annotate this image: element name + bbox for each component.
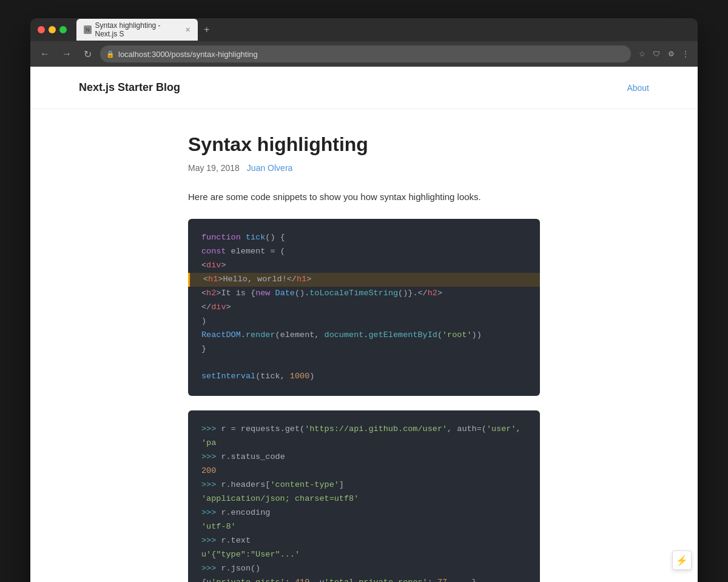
address-bar[interactable]: 🔒 localhost:3000/posts/syntax-highlighti… — [100, 45, 631, 62]
traffic-lights — [38, 26, 67, 33]
site-title: Next.js Starter Blog — [79, 81, 180, 94]
py-line-6: >>> r.encoding — [201, 506, 527, 520]
code-line-5: <h2>It is {new Date().toLocaleTimeString… — [201, 287, 527, 301]
refresh-button[interactable]: ↻ — [80, 46, 95, 62]
py-line-11: {u'private_gists': 419, u'total_private_… — [201, 576, 527, 582]
py-line-2: >>> r.status_code — [201, 450, 527, 464]
py-line-1: >>> r = requests.get('https://api.github… — [201, 423, 527, 450]
py-line-10: >>> r.json() — [201, 562, 527, 576]
url-display: localhost:3000/posts/syntax-highlighting — [118, 50, 258, 59]
bookmark-icon[interactable]: ☆ — [636, 48, 648, 60]
code-line-1: function tick() { — [201, 231, 527, 245]
forward-button[interactable]: → — [58, 46, 75, 62]
code-line-3: <div> — [201, 259, 527, 273]
page-content: Next.js Starter Blog About Syntax highli… — [30, 67, 698, 582]
post-author-link[interactable]: Juan Olvera — [247, 163, 292, 173]
browser-toolbar: ← → ↻ 🔒 localhost:3000/posts/syntax-high… — [30, 41, 698, 67]
code-line-11: setInterval(tick, 1000) — [201, 370, 527, 384]
shield-icon[interactable]: 🛡 — [650, 48, 662, 60]
close-window-button[interactable] — [38, 26, 45, 33]
extensions-icon[interactable]: ⚙ — [665, 48, 677, 60]
post-container: Syntax highlighting May 19, 2018 Juan Ol… — [176, 109, 552, 582]
browser-titlebar: N Syntax highlighting - Next.js S ✕ + — [30, 18, 698, 41]
tab-title: Syntax highlighting - Next.js S — [95, 21, 181, 38]
py-line-7: 'utf-8' — [201, 520, 527, 534]
post-title: Syntax highlighting — [188, 133, 540, 156]
tab-bar: N Syntax highlighting - Next.js S ✕ + — [76, 19, 690, 41]
py-line-5: 'application/json; charset=utf8' — [201, 492, 527, 506]
maximize-window-button[interactable] — [59, 26, 67, 33]
py-line-3: 200 — [201, 464, 527, 478]
code-line-2: const element = ( — [201, 245, 527, 259]
post-meta: May 19, 2018 Juan Olvera — [188, 163, 540, 173]
about-link[interactable]: About — [627, 83, 649, 93]
tab-close-button[interactable]: ✕ — [185, 26, 190, 34]
code-line-9: } — [201, 343, 527, 356]
tab-favicon: N — [84, 25, 92, 34]
code-line-4: <h1>Hello, world!</h1> — [188, 273, 540, 287]
code-line-10 — [201, 356, 527, 370]
site-nav: About — [627, 82, 649, 93]
python-code-block: >>> r = requests.get('https://api.github… — [188, 410, 540, 582]
py-line-8: >>> r.text — [201, 534, 527, 548]
new-tab-button[interactable]: + — [200, 24, 213, 35]
post-date: May 19, 2018 — [188, 163, 240, 173]
code-line-6: </div> — [201, 301, 527, 315]
browser-window: N Syntax highlighting - Next.js S ✕ + ← … — [30, 18, 698, 582]
minimize-window-button[interactable] — [49, 26, 56, 33]
toolbar-icons: ☆ 🛡 ⚙ ⋮ — [636, 48, 692, 60]
active-tab[interactable]: N Syntax highlighting - Next.js S ✕ — [76, 19, 198, 41]
code-line-8: ReactDOM.render(element, document.getEle… — [201, 329, 527, 343]
py-line-9: u'{"type":"User"...' — [201, 548, 527, 562]
site-header: Next.js Starter Blog About — [30, 67, 698, 109]
lightning-icon[interactable]: ⚡ — [672, 550, 692, 570]
py-line-4: >>> r.headers['content-type'] — [201, 478, 527, 492]
lock-icon: 🔒 — [106, 50, 115, 58]
back-button[interactable]: ← — [36, 46, 53, 62]
post-intro: Here are some code snippets to show you … — [188, 190, 540, 204]
menu-icon[interactable]: ⋮ — [679, 48, 692, 60]
js-code-block: function tick() { const element = ( <div… — [188, 219, 540, 396]
code-line-7: ) — [201, 315, 527, 329]
